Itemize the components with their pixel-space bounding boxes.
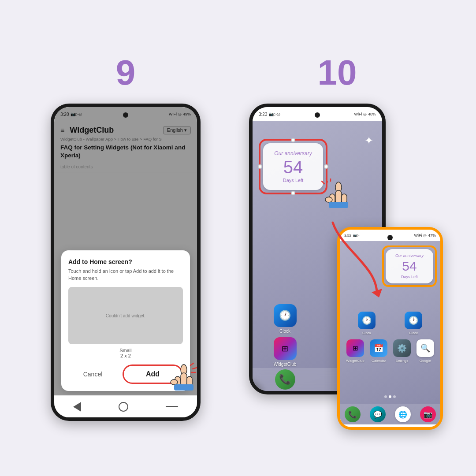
widget-subtitle-small: Days Left xyxy=(389,275,430,279)
dock-small: 📞 💬 🌐 📷 xyxy=(340,404,440,424)
widget-subtitle-main: Days Left xyxy=(268,178,319,183)
svg-rect-5 xyxy=(174,384,193,390)
small-widgetclub[interactable]: ⊞ WidgetClub xyxy=(346,339,364,363)
widget-number-main: 54 xyxy=(268,158,319,176)
modal-description: Touch and hold an icon or tap Add to add… xyxy=(68,268,183,282)
step10-column: 10 3:23 📷▷◎ WiFi ◎ 48% xyxy=(249,55,425,421)
recent-nav-icon[interactable] xyxy=(166,406,178,407)
widget-number-small: 54 xyxy=(389,260,430,273)
modal-title: Add to Home screen? xyxy=(68,258,183,265)
svg-line-6 xyxy=(190,363,193,365)
nav-bar-9 xyxy=(54,395,197,417)
sparkle-icon: ✦ xyxy=(364,134,373,147)
chat-dock-small[interactable]: 💬 xyxy=(370,406,386,422)
curved-arrow xyxy=(306,214,394,302)
svg-rect-10 xyxy=(335,190,342,204)
battery-10: 48% xyxy=(368,112,376,116)
widget-title-main: Our anniversary xyxy=(268,150,319,156)
svg-point-4 xyxy=(171,379,178,385)
widgetclub-app[interactable]: ⊞ WidgetClub xyxy=(274,337,297,367)
svg-line-15 xyxy=(322,181,324,184)
widget-size-label: Small2 x 2 xyxy=(68,348,183,358)
step9-column: 9 3:20 📷▷◎ WiFi ◎ 49% ≡ xyxy=(51,55,201,421)
small-clock-1[interactable]: 🕐 Clock xyxy=(358,312,376,335)
svg-point-13 xyxy=(325,197,332,202)
google-dock-small[interactable]: 🌐 xyxy=(395,406,411,422)
widget-title-small: Our anniversary xyxy=(389,253,430,258)
cancel-button[interactable]: Cancel xyxy=(68,366,117,382)
widget-highlight-border: Our anniversary 54 Days Left xyxy=(259,139,327,194)
small-clock-2[interactable]: 🕐 Clock xyxy=(405,312,422,335)
phone9: 3:20 📷▷◎ WiFi ◎ 49% ≡ WidgetClub xyxy=(51,104,201,421)
svg-line-16 xyxy=(326,179,327,182)
svg-rect-1 xyxy=(181,373,187,386)
time-10: 3:23 xyxy=(259,112,267,117)
widget-preview-text: Couldn't add widget. xyxy=(106,313,145,318)
small-calendar[interactable]: 📅 Calendar xyxy=(370,339,387,363)
status-bar-10: 3:23 📷▷◎ WiFi ◎ 48% xyxy=(253,107,382,121)
app-grid-small: 🕐 Clock 🕐 Clock ⊞ WidgetClub xyxy=(340,312,440,367)
hand-cursor-10 xyxy=(321,178,356,214)
svg-rect-14 xyxy=(329,202,348,208)
svg-line-7 xyxy=(193,368,197,369)
small-settings[interactable]: ⚙️ Settings xyxy=(393,339,411,363)
camera-dock-small[interactable]: 📷 xyxy=(420,406,436,422)
battery-10-small: 47% xyxy=(428,233,436,238)
modal-buttons: Cancel Add xyxy=(68,364,183,384)
phone-dock-icon[interactable]: 📞 xyxy=(275,369,295,390)
widget-preview-area: Couldn't add widget. xyxy=(68,287,183,344)
phone10-area: 3:23 📷▷◎ WiFi ◎ 48% ✦ xyxy=(249,104,425,421)
page-dots xyxy=(340,394,440,400)
step9-number: 9 xyxy=(116,55,136,90)
step10-number: 10 xyxy=(318,55,357,90)
widget-card-main: Our anniversary 54 Days Left xyxy=(263,143,323,190)
main-container: 9 3:20 📷▷◎ WiFi ◎ 49% ≡ xyxy=(0,0,476,476)
clock-app[interactable]: 🕐 Clock xyxy=(274,304,297,334)
small-google[interactable]: 🔍 Google xyxy=(416,339,434,363)
phone-dock-small[interactable]: 📞 xyxy=(345,406,361,422)
hand-cursor-9 xyxy=(166,361,201,396)
back-nav-icon[interactable] xyxy=(73,402,81,412)
home-nav-icon[interactable] xyxy=(119,402,128,412)
